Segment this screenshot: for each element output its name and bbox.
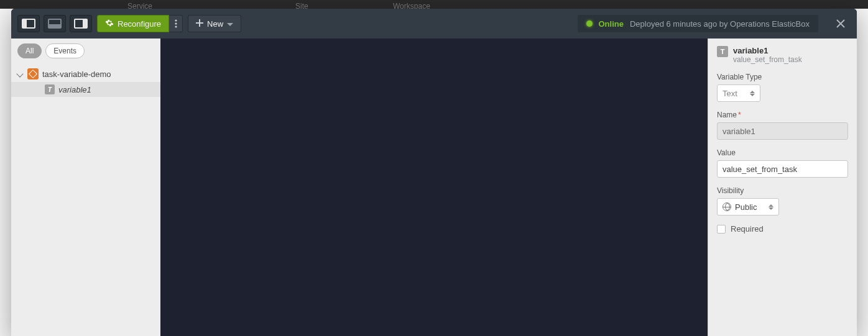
inspector-title: variable1 xyxy=(733,46,802,55)
panel-toggle-group xyxy=(17,15,92,32)
field-required[interactable]: Required xyxy=(717,224,848,234)
text-variable-icon: T xyxy=(717,46,728,57)
new-button[interactable]: New xyxy=(188,15,241,32)
canvas-area[interactable] xyxy=(160,39,708,336)
svg-point-7 xyxy=(175,22,177,24)
label-visibility: Visibility xyxy=(717,186,848,195)
text-variable-icon: T xyxy=(45,84,55,94)
app-header: Service Site Workspace xyxy=(0,0,868,9)
field-variable-type: Variable Type Text xyxy=(717,73,848,102)
plus-icon xyxy=(196,19,203,29)
panel-toggle-right[interactable] xyxy=(70,15,92,32)
visibility-value: Public xyxy=(735,202,757,212)
svg-rect-3 xyxy=(48,24,61,28)
input-name[interactable]: variable1 xyxy=(717,122,848,140)
tree-item-variable[interactable]: T variable1 xyxy=(11,82,160,97)
box-icon xyxy=(27,68,39,79)
required-star-icon: * xyxy=(738,111,741,119)
field-value: Value value_set_from_task xyxy=(717,148,848,178)
updown-icon xyxy=(769,204,773,210)
gear-icon xyxy=(105,19,114,29)
status-deploy-text: Deployed 6 minutes ago by Operations Ela… xyxy=(630,19,810,29)
sidebar-filter: All Events xyxy=(11,39,160,63)
globe-icon xyxy=(723,202,731,211)
instance-tree: task-variable-demo T variable1 xyxy=(11,63,160,336)
modal-toolbar: Reconfigure New Online Deployed 6 minute… xyxy=(11,9,857,39)
updown-icon xyxy=(750,91,755,96)
chevron-down-icon xyxy=(227,19,233,29)
label-value: Value xyxy=(717,148,848,157)
reconfigure-more-button[interactable] xyxy=(169,15,183,32)
filter-all[interactable]: All xyxy=(17,43,42,58)
status-dot-icon xyxy=(586,20,593,27)
reconfigure-label: Reconfigure xyxy=(118,19,161,29)
input-name-value: variable1 xyxy=(723,127,755,136)
tree-item-box[interactable]: task-variable-demo xyxy=(11,66,160,82)
inspector-header: T variable1 value_set_from_task xyxy=(717,46,848,64)
svg-rect-1 xyxy=(22,19,27,28)
label-required: Required xyxy=(731,224,764,234)
panel-toggle-left[interactable] xyxy=(17,15,40,32)
label-variable-type: Variable Type xyxy=(717,73,848,81)
filter-events[interactable]: Events xyxy=(45,43,85,58)
input-value-value: value_set_from_task xyxy=(723,165,797,174)
tree-parent-label: task-variable-demo xyxy=(42,70,111,79)
label-name-text: Name xyxy=(717,111,737,119)
checkbox-required[interactable] xyxy=(717,225,726,234)
instance-modal: Reconfigure New Online Deployed 6 minute… xyxy=(11,9,857,336)
caret-down-icon xyxy=(16,70,23,77)
svg-rect-5 xyxy=(83,19,87,28)
select-visibility[interactable]: Public xyxy=(717,198,779,216)
field-name: Name* variable1 xyxy=(717,111,848,140)
svg-point-6 xyxy=(175,19,177,21)
deploy-status: Online Deployed 6 minutes ago by Operati… xyxy=(578,15,819,32)
reconfigure-button[interactable]: Reconfigure xyxy=(97,15,169,32)
inspector-subtitle: value_set_from_task xyxy=(733,55,802,64)
inspector-panel: T variable1 value_set_from_task Variable… xyxy=(708,39,857,336)
input-value[interactable]: value_set_from_task xyxy=(717,160,848,178)
tree-child-label: variable1 xyxy=(58,85,91,94)
modal-body: All Events task-variable-demo T variable… xyxy=(11,39,857,336)
new-label: New xyxy=(207,19,223,29)
label-name: Name* xyxy=(717,111,848,119)
select-variable-type[interactable]: Text xyxy=(717,84,760,102)
field-visibility: Visibility Public xyxy=(717,186,848,216)
close-button[interactable] xyxy=(834,17,847,30)
status-state: Online xyxy=(599,19,624,29)
svg-point-8 xyxy=(175,25,177,27)
select-value: Text xyxy=(723,89,737,98)
panel-toggle-bottom[interactable] xyxy=(44,15,66,32)
left-sidebar: All Events task-variable-demo T variable… xyxy=(11,39,160,336)
